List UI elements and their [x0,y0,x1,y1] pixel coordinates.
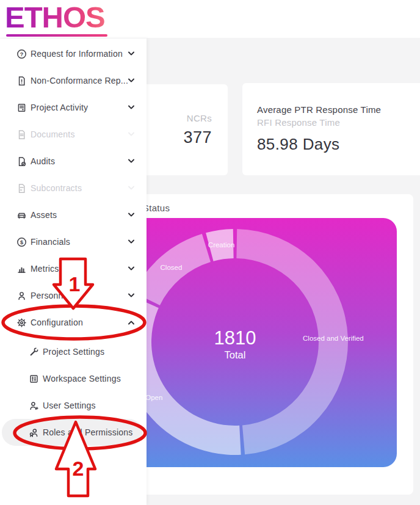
wrench-icon [29,347,39,357]
sidebar-item-label: Project Activity [31,103,88,112]
sidebar-item-user-settings[interactable]: User Settings [0,392,147,419]
sidebar-item-assets[interactable]: Assets [0,202,147,228]
donut-label-open: Open [145,394,162,401]
ncrs-value: 377 [183,128,212,147]
sidebar-item-label: Project Settings [43,347,104,357]
file-check-icon [16,156,27,167]
chevron-down-icon[interactable] [127,291,136,300]
sidebar: Request for InformationNon-Conformance R… [0,38,147,505]
sidebar-item-label: Audits [31,156,55,166]
gear-icon [16,318,27,328]
response-card-subtitle: RFI Response Time [257,117,340,128]
sidebar-main-menu: Request for InformationNon-Conformance R… [0,40,147,336]
file-icon [16,129,27,140]
dollar-circle-icon [16,237,27,247]
person-icon [16,291,27,301]
sidebar-item-label: Request for Information [31,49,123,59]
sidebar-item-label: Metrics [31,264,59,274]
user-badge-icon [29,427,39,438]
sidebar-item-label: Non-Conformance Rep... [31,76,128,85]
page: ETHOS NCRs 377 Average PTR Response Time… [0,0,420,505]
sliders-icon [29,374,39,384]
sidebar-item-non-conformance-rep[interactable]: Non-Conformance Rep... [0,67,147,94]
sidebar-item-label: Documents [31,129,75,139]
ethos-logo: ETHOS [5,1,105,34]
ncrs-label: NCRs [187,113,212,123]
sidebar-item-metrics[interactable]: Metrics [0,255,147,282]
sidebar-item-label: Personnel [31,291,70,300]
sidebar-item-personnel[interactable]: Personnel [0,282,147,309]
sidebar-configuration-submenu: Project SettingsWorkspace SettingsUser S… [0,338,147,446]
sidebar-item-label: Financials [31,237,70,247]
chevron-down-icon[interactable] [127,184,136,192]
chevron-down-icon[interactable] [127,211,136,219]
report-icon [16,103,27,113]
chevron-down-icon[interactable] [127,130,136,139]
bar-chart-icon [16,264,27,274]
donut-center-label: Total [225,349,246,360]
sidebar-item-configuration[interactable]: Configuration [0,309,147,336]
chevron-down-icon[interactable] [127,103,136,112]
sidebar-item-project-settings[interactable]: Project Settings [0,338,147,365]
sidebar-item-label: User Settings [43,401,96,410]
donut-label-creation: Creation [208,241,234,249]
response-card-value: 85.98 Days [257,135,340,154]
chevron-down-icon[interactable] [127,157,136,165]
sidebar-item-workspace-settings[interactable]: Workspace Settings [0,365,147,392]
response-card-title: Average PTR Response Time [257,104,381,115]
user-plus-icon [29,401,39,411]
donut-center-value: 1810 [214,327,256,349]
sidebar-item-documents[interactable]: Documents [0,121,147,148]
response-time-card: Average PTR Response Time RFI Response T… [242,83,420,175]
chevron-down-icon[interactable] [127,238,136,246]
sidebar-item-label: Roles and Permissions [43,427,132,437]
sidebar-item-request-for-information[interactable]: Request for Information [0,40,147,67]
sidebar-item-label: Subcontracts [31,183,82,193]
logo-underline [6,34,107,37]
file-contract-icon [16,183,27,194]
sidebar-item-subcontracts[interactable]: Subcontracts [0,175,147,202]
sidebar-item-label: Assets [31,210,57,220]
chevron-down-icon[interactable] [127,76,136,85]
sidebar-item-audits[interactable]: Audits [0,148,147,175]
chevron-down-icon[interactable] [127,264,136,273]
donut-label-closed: Closed [161,264,183,271]
question-circle-icon [16,49,27,59]
sidebar-item-financials[interactable]: Financials [0,228,147,255]
sidebar-item-label: Workspace Settings [43,374,121,383]
car-icon [16,210,27,220]
sidebar-item-project-activity[interactable]: Project Activity [0,94,147,121]
sidebar-item-label: Configuration [31,318,83,327]
sidebar-item-roles-and-permissions[interactable]: Roles and Permissions [2,419,142,446]
file-alert-icon [16,76,27,86]
chevron-down-icon[interactable] [127,49,136,58]
donut-label-closed-and-verified: Closed and Verified [303,335,364,342]
chevron-up-icon[interactable] [127,318,136,327]
